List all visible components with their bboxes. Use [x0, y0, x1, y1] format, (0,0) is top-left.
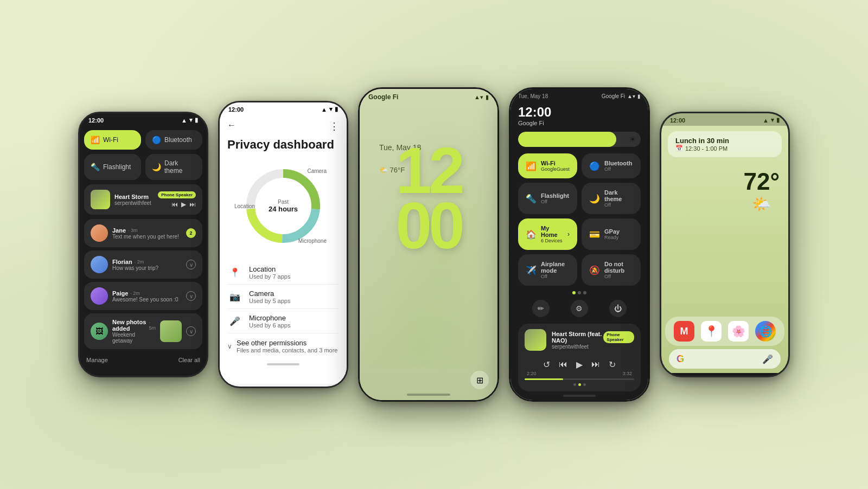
app-dock: M 📍 🌸 🌐 [665, 317, 784, 346]
maps-icon[interactable]: 📍 [701, 321, 722, 342]
avatar-jane [91, 224, 108, 242]
location-icon: 📍 [227, 265, 242, 280]
notif-jane[interactable]: Jane · 3m Text me when you get here! 2 [84, 219, 202, 247]
dark-music-card[interactable]: Heart Storm (feat. NAO) Phone Speaker se… [518, 324, 641, 391]
battery-icon-2: ▮ [335, 106, 338, 113]
qs-my-home[interactable]: 🏠 My Home 6 Devices › [518, 218, 577, 250]
expand-florian[interactable]: ∨ [186, 260, 196, 269]
photos-icon[interactable]: 🌸 [728, 321, 749, 342]
status-date-4: Tue, May 18 [518, 93, 548, 99]
prev-icon[interactable]: ⏮ [171, 201, 178, 208]
signal-5: ▲ [763, 117, 769, 124]
wifi-tile[interactable]: 📶 Wi-Fi [84, 130, 141, 150]
event-card[interactable]: Lunch in 30 min 📅 12:30 - 1:00 PM [668, 131, 782, 157]
dark-theme-icon: 🌙 [152, 163, 161, 171]
qs-flashlight[interactable]: 🔦 Flashlight Off [518, 183, 577, 214]
perm-location[interactable]: 📍 Location Used by 7 apps [227, 260, 339, 285]
next-icon-4[interactable]: ⏭ [591, 359, 600, 370]
wifi-icon-2: ▾ [329, 106, 333, 113]
manage-button[interactable]: Manage [86, 357, 108, 363]
home-indicator-2 [267, 363, 299, 365]
notif-name-paige: Paige [112, 290, 128, 297]
expand-paige[interactable]: ∨ [186, 291, 196, 301]
qs-gpay-icon: 💳 [589, 229, 600, 240]
voice-icon[interactable]: 🎤 [762, 354, 773, 364]
music-progress-fill [525, 378, 563, 380]
status-icons-2: ▲ ▾ ▮ [321, 106, 338, 113]
google-logo: G [676, 353, 684, 365]
edit-icon[interactable]: ✏ [532, 300, 550, 317]
weather-block: 72° 🌤️ [661, 157, 788, 244]
notif-text-paige: Paige · 2m Awesome! See you soon :0 [112, 290, 182, 303]
chrome-icon[interactable]: 🌐 [755, 321, 776, 342]
music-dot-3 [583, 383, 586, 386]
prev-icon-4[interactable]: ⏮ [559, 359, 567, 370]
phone-privacy: 12:00 ▲ ▾ ▮ ← ⋮ Privacy dashboard [218, 101, 348, 388]
dark-music-badge: Phone Speaker [603, 331, 634, 343]
notif-florian[interactable]: Florian · 2m How was your trip? ∨ [84, 250, 202, 279]
donut-hours: 24 hours [269, 205, 298, 213]
qs-airplane[interactable]: ✈️ Airplane mode Off [518, 254, 577, 286]
settings-icon[interactable]: ⚙ [571, 300, 588, 317]
phone-speaker-badge-1: Phone Speaker [158, 191, 196, 198]
clear-all-button[interactable]: Clear all [178, 357, 200, 363]
dark-theme-tile[interactable]: 🌙 Dark theme [145, 154, 202, 180]
qs-bluetooth[interactable]: 🔵 Bluetooth Off [582, 153, 641, 178]
search-bar[interactable]: G 🎤 [669, 349, 781, 369]
avatar-paige [91, 287, 108, 305]
qs-dnd[interactable]: 🔕 Do not disturb Off [582, 254, 641, 286]
notif-paige[interactable]: Paige · 2m Awesome! See you soon :0 ∨ [84, 282, 202, 310]
weather-icon-home: 🌤️ [743, 195, 780, 213]
brightness-icon: ☀ [629, 135, 636, 144]
screen-homescreen: Lunch in 30 min 📅 12:30 - 1:00 PM 72° 🌤️… [661, 126, 788, 373]
bluetooth-tile[interactable]: 🔵 Bluetooth [145, 130, 202, 150]
notif-text-photos: New photos added · 5m Weekend getaway [112, 319, 156, 344]
dark-theme-label: Dark theme [164, 159, 196, 175]
qs-dark-theme[interactable]: 🌙 Dark theme Off [582, 183, 641, 214]
qs-home-text: My Home 6 Devices [541, 225, 563, 243]
flashlight-tile-label: Flashlight [103, 163, 131, 171]
qs-wifi[interactable]: 📶 Wi-Fi GoogleGuest [518, 153, 577, 178]
qs-gpay[interactable]: 💳 GPay Ready [582, 218, 641, 250]
lockscreen-time-container: 12 00 [360, 126, 497, 253]
battery-3: ▮ [486, 94, 489, 101]
bluetooth-tile-icon: 🔵 [152, 136, 161, 144]
battery-5: ▮ [776, 117, 780, 124]
music-info-1: Heart Storm serpentwithfeet [114, 194, 154, 206]
wifi-5: ▾ [771, 117, 774, 124]
see-other-label: See other permissions [237, 339, 337, 347]
power-icon[interactable]: ⏻ [609, 300, 627, 317]
perm-microphone[interactable]: 🎤 Microphone Used by 6 apps [227, 309, 339, 333]
gmail-icon[interactable]: M [674, 321, 694, 342]
qs-time-block: 12:00 Google Fi [518, 105, 551, 126]
play-icon[interactable]: ▶ [181, 201, 186, 208]
status-icons-3: ▲▾ ▮ [474, 94, 489, 101]
lockscreen-button[interactable]: ⊞ [470, 371, 489, 389]
music-card-1[interactable]: Heart Storm serpentwithfeet Phone Speake… [84, 184, 202, 215]
dot-2 [578, 291, 581, 294]
location-label: Location [234, 203, 255, 209]
perm-text-camera: Camera Used by 5 apps [249, 289, 339, 304]
perm-camera[interactable]: 📷 Camera Used by 5 apps [227, 285, 339, 309]
notif-photos[interactable]: 🖼 New photos added · 5m Weekend getaway … [84, 313, 202, 349]
play-icon-4[interactable]: ▶ [576, 359, 583, 370]
microphone-icon: 🎤 [227, 313, 242, 329]
notif-msg-florian: How was your trip? [112, 265, 182, 271]
notif-name-photos: New photos added [112, 319, 146, 332]
phone-notifications: 12:00 ▲ ▾ ▮ 📶 Wi-Fi 🔵 Bluetooth [78, 112, 208, 377]
see-other-permissions[interactable]: ∨ See other permissions Files and media,… [227, 333, 339, 359]
more-options-icon[interactable]: ⋮ [329, 120, 339, 132]
back-arrow[interactable]: ← [227, 120, 236, 130]
screen-lockscreen: Google Fi ▲▾ ▮ Tue, May 18 🌤️ 76°F 12 00… [360, 89, 497, 400]
status-bar-1: 12:00 ▲ ▾ ▮ [80, 113, 207, 126]
qs-dark-icon: 🌙 [589, 194, 600, 204]
qs-wifi-text: Wi-Fi GoogleGuest [541, 160, 570, 172]
qs-carrier: Google Fi [518, 120, 551, 126]
bluetooth-tile-label: Bluetooth [164, 136, 192, 144]
repeat-icon[interactable]: ↻ [609, 359, 616, 370]
next-icon[interactable]: ⏭ [189, 201, 196, 208]
expand-photos[interactable]: ∨ [186, 326, 196, 336]
rewind-icon[interactable]: ↺ [543, 359, 550, 370]
flashlight-tile[interactable]: 🔦 Flashlight [84, 154, 141, 180]
brightness-bar[interactable]: ☀ [518, 132, 641, 147]
